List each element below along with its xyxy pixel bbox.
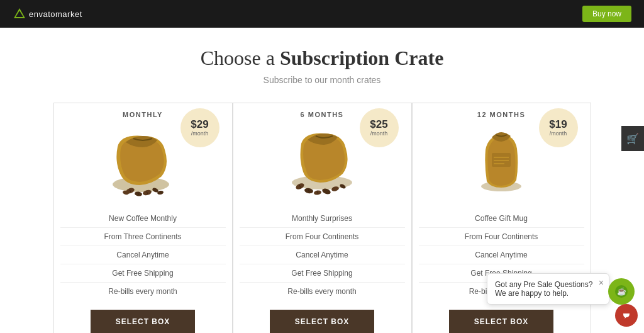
svg-text:☕: ☕ (617, 286, 626, 296)
feature-item: Coffee Gift Mug (419, 210, 584, 228)
cart-icon: 🛒 (626, 133, 639, 145)
feature-item: From Four Continents (419, 228, 584, 246)
feature-item: Cancel Anytime (419, 246, 584, 264)
coffee-bag-svg-12months (460, 125, 542, 200)
page-subtitle: Subscribe to our month crates (13, 75, 631, 85)
product-image-monthly (54, 118, 232, 206)
header: envatomarket Buy now (0, 0, 644, 28)
buy-now-button[interactable]: Buy now (582, 6, 631, 22)
envato-logo-icon (13, 7, 26, 21)
select-box-button-6months[interactable]: SELECT BOX (270, 310, 375, 333)
logo-text: envatomarket (29, 9, 82, 19)
feature-item: Re-bills every month (60, 283, 226, 300)
chat-open-button[interactable] (615, 304, 638, 327)
select-box-button-monthly[interactable]: SELECT BOX (91, 310, 196, 333)
cart-sidebar[interactable]: 🛒 (621, 126, 644, 151)
page-title: Choose a Subscription Crate (13, 47, 631, 70)
feature-item: Monthly Surprises (240, 210, 405, 228)
select-box-button-12months[interactable]: SELECT BOX (449, 310, 554, 333)
features-6months: Monthly Surprises From Four Continents C… (233, 210, 411, 300)
feature-item: Cancel Anytime (60, 246, 226, 264)
chat-avatar[interactable]: ☕ (608, 278, 635, 305)
product-image-6months (233, 118, 411, 206)
product-image-12months (413, 118, 591, 206)
feature-item: Get Free Shipping (60, 264, 226, 283)
feature-item: Cancel Anytime (240, 246, 405, 264)
chat-avatar-icon: ☕ (614, 284, 629, 299)
coffee-bag-svg-6months (281, 125, 363, 200)
chat-message: Got any Pre Sale Questions? We are happy… (495, 280, 601, 298)
features-monthly: New Coffee Monthly From Three Continents… (54, 210, 232, 300)
feature-item: From Four Continents (240, 228, 405, 246)
svg-rect-23 (492, 153, 511, 167)
logo: envatomarket (13, 7, 82, 21)
chat-close-button[interactable]: × (599, 278, 604, 288)
coffee-bag-svg-monthly (102, 125, 184, 200)
feature-item: Re-bills every month (240, 283, 405, 300)
chat-btn-icon (620, 309, 633, 322)
feature-item: Get Free Shipping (240, 264, 405, 283)
chat-popup: × Got any Pre Sale Questions? We are hap… (487, 273, 609, 305)
feature-item: From Three Continents (60, 228, 226, 246)
plan-card-6months: 6 MONTHS $25 /month (233, 103, 412, 333)
feature-item: New Coffee Monthly (60, 210, 226, 228)
plan-card-monthly: MONTHLY $29 /month (53, 103, 233, 333)
